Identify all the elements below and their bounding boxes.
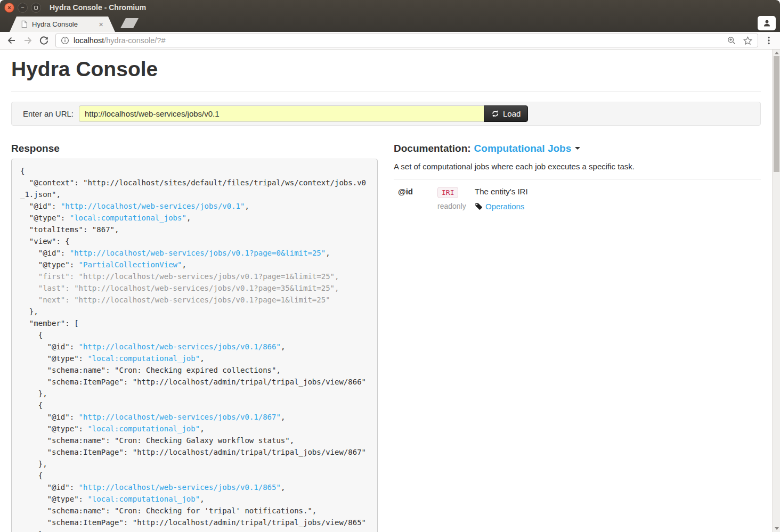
maximize-icon bbox=[34, 6, 38, 10]
json-text: { bbox=[20, 471, 43, 480]
json-text: { bbox=[20, 331, 43, 339]
json-link[interactable]: "PartialCollectionView" bbox=[79, 260, 182, 269]
json-text: { bbox=[20, 401, 43, 410]
documentation-divider bbox=[394, 179, 761, 180]
forward-arrow-icon bbox=[22, 35, 33, 46]
tab-close-icon[interactable]: × bbox=[99, 20, 103, 29]
json-link[interactable]: "local:computational_jobs" bbox=[70, 214, 186, 222]
json-link[interactable]: "http://localhost/web-services/jobs/v0.1… bbox=[61, 202, 245, 210]
json-text: , bbox=[281, 413, 285, 421]
window-minimize-button[interactable]: − bbox=[18, 3, 28, 13]
tag-icon bbox=[475, 202, 483, 210]
page-icon bbox=[20, 20, 28, 28]
json-link[interactable]: "local:computational_job" bbox=[87, 424, 200, 433]
url-host: localhost bbox=[74, 36, 104, 45]
json-text: , bbox=[186, 214, 191, 222]
json-link[interactable]: "http://localhost/web-services/jobs/v0.1… bbox=[79, 413, 281, 421]
json-text: "@id": bbox=[20, 413, 79, 421]
documentation-description: A set of computational jobs where each j… bbox=[394, 162, 761, 171]
json-text: , bbox=[200, 424, 204, 433]
refresh-icon bbox=[491, 110, 499, 118]
title-divider bbox=[11, 91, 761, 92]
json-link[interactable]: "http://localhost/web-services/jobs/v0.1… bbox=[79, 342, 281, 351]
property-description: The entity's IRI bbox=[475, 187, 761, 196]
json-text: "schema:ItemPage": "http://localhost/adm… bbox=[20, 518, 366, 527]
scrollbar-down-arrow-icon[interactable] bbox=[775, 527, 779, 530]
tab-strip: Hydra Console × bbox=[0, 15, 780, 32]
operations-link[interactable]: Operations bbox=[485, 202, 524, 211]
response-heading: Response bbox=[11, 143, 378, 154]
json-text: , bbox=[281, 483, 285, 492]
chevron-down-icon[interactable] bbox=[575, 147, 580, 150]
url-path: /hydra-console/?# bbox=[104, 36, 165, 45]
page-info-icon[interactable] bbox=[61, 36, 69, 45]
url-form: Enter an URL: Load bbox=[11, 102, 761, 126]
json-text: "next": "http://localhost/web-services/j… bbox=[20, 296, 330, 304]
documentation-panel: Documentation: Computational Jobs A set … bbox=[394, 143, 761, 532]
page-title: Hydra Console bbox=[11, 50, 761, 83]
json-link[interactable]: "local:computational_job" bbox=[87, 354, 200, 363]
back-arrow-icon bbox=[6, 35, 17, 46]
json-text: , bbox=[326, 249, 330, 257]
back-button[interactable] bbox=[5, 34, 19, 47]
json-text: "@id": bbox=[20, 202, 61, 210]
window-titlebar: × − Hydra Console - Chromium bbox=[0, 0, 780, 15]
json-text: "@context": "http://localhost/sites/defa… bbox=[20, 178, 366, 199]
json-text: "@type": bbox=[20, 424, 87, 433]
json-text: }, bbox=[20, 307, 38, 316]
response-json: { "@context": "http://localhost/sites/de… bbox=[11, 159, 378, 532]
json-text: { bbox=[20, 167, 25, 175]
url-input[interactable] bbox=[79, 105, 484, 122]
scrollbar-thumb[interactable] bbox=[774, 56, 779, 172]
browser-window-chrome: × − Hydra Console - Chromium Hydra Conso… bbox=[0, 0, 780, 32]
window-close-button[interactable]: × bbox=[4, 3, 14, 13]
json-text: "@type": bbox=[20, 354, 87, 363]
response-panel: Response { "@context": "http://localhost… bbox=[11, 143, 378, 532]
json-link[interactable]: "http://localhost/web-services/jobs/v0.1… bbox=[70, 249, 326, 257]
json-text: "@type": bbox=[20, 495, 87, 503]
load-button[interactable]: Load bbox=[484, 105, 528, 122]
browser-tab[interactable]: Hydra Console × bbox=[10, 17, 115, 32]
window-maximize-button[interactable] bbox=[31, 3, 41, 13]
scrollbar-up-arrow-icon[interactable] bbox=[775, 52, 779, 54]
json-text: "@id": bbox=[20, 342, 79, 351]
json-link[interactable]: "http://localhost/web-services/jobs/v0.1… bbox=[79, 483, 281, 492]
json-text: "first": "http://localhost/web-services/… bbox=[20, 272, 339, 281]
page-scrollbar[interactable] bbox=[772, 50, 780, 532]
json-text: "view": { bbox=[20, 237, 70, 245]
json-text: , bbox=[200, 354, 204, 363]
json-text: "schema:ItemPage": "http://localhost/adm… bbox=[20, 448, 366, 456]
documentation-heading: Documentation: bbox=[394, 143, 471, 154]
property-row: @id IRI The entity's IRI readonly Operat… bbox=[394, 187, 761, 211]
property-type-badge: IRI bbox=[437, 187, 458, 199]
json-text: "schema:name": "Cron: Checking Galaxy wo… bbox=[20, 436, 294, 445]
bookmark-star-icon[interactable] bbox=[743, 36, 753, 46]
page-content: Hydra Console Enter an URL: Load Respons… bbox=[0, 50, 772, 532]
property-access-label: readonly bbox=[437, 202, 475, 210]
json-text: }, bbox=[20, 460, 47, 468]
json-text: "@type": bbox=[20, 214, 70, 222]
reload-icon bbox=[39, 36, 49, 46]
browser-toolbar: localhost/hydra-console/?# bbox=[0, 32, 780, 50]
person-icon bbox=[762, 18, 772, 28]
tab-title: Hydra Console bbox=[32, 20, 99, 28]
new-tab-button[interactable] bbox=[120, 18, 139, 28]
json-text: , bbox=[200, 495, 204, 503]
forward-button[interactable] bbox=[21, 34, 35, 47]
reload-button[interactable] bbox=[37, 34, 51, 47]
json-text: "schema:ItemPage": "http://localhost/adm… bbox=[20, 378, 366, 386]
json-text: , bbox=[245, 202, 249, 210]
json-text: }, bbox=[20, 389, 47, 398]
property-name: @id bbox=[398, 187, 437, 196]
load-button-label: Load bbox=[503, 109, 521, 118]
json-text: "@id": bbox=[20, 249, 70, 257]
json-text: "schema:name": "Cron: Checking for 'trip… bbox=[20, 506, 316, 515]
json-text: "totalItems": "867", bbox=[20, 225, 119, 234]
browser-menu-icon[interactable] bbox=[762, 34, 775, 47]
url-bar[interactable]: localhost/hydra-console/?# bbox=[55, 34, 758, 47]
window-title: Hydra Console - Chromium bbox=[50, 3, 146, 12]
documentation-class-link[interactable]: Computational Jobs bbox=[474, 143, 572, 154]
zoom-icon[interactable] bbox=[727, 36, 736, 45]
profile-avatar-button[interactable] bbox=[758, 16, 776, 30]
json-link[interactable]: "local:computational_job" bbox=[87, 495, 200, 503]
